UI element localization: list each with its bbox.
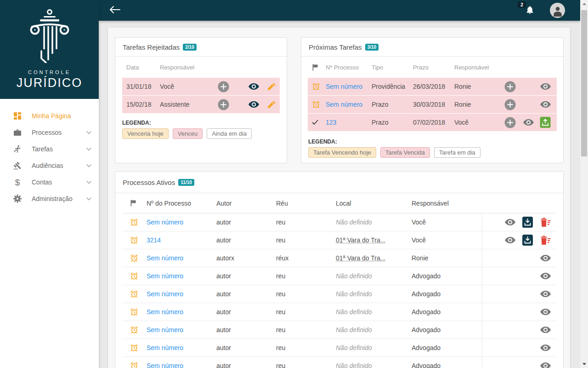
- scrollbar: [580, 0, 588, 368]
- sidebar-menu: Minha Página Processos Tarefas Audiên: [0, 99, 99, 207]
- legend-chip-tarefa-em-dia: Tarefa em dia: [434, 147, 481, 158]
- chevron-down-icon: [86, 181, 91, 184]
- cell-reu: reu: [276, 303, 336, 321]
- view-button[interactable]: [540, 327, 551, 333]
- sidebar-item-administracao[interactable]: Administração: [0, 190, 99, 207]
- table-header: Nº do Processo Autor Réu Local Responsáv…: [122, 193, 556, 213]
- sidebar-item-minha-pagina[interactable]: Minha Página: [0, 108, 99, 124]
- view-button[interactable]: [540, 255, 551, 261]
- dashboard-icon: [12, 112, 23, 120]
- conclude-button[interactable]: [540, 117, 551, 128]
- view-button[interactable]: [523, 119, 534, 126]
- view-button[interactable]: [249, 101, 259, 108]
- cell-prazo: 26/03/2018: [413, 83, 454, 90]
- notifications-button[interactable]: 2: [525, 5, 535, 17]
- process-link[interactable]: Sem número: [326, 83, 362, 90]
- check-icon: [308, 120, 326, 125]
- cell-reu: reu: [276, 213, 336, 231]
- add-button[interactable]: [504, 81, 516, 92]
- process-link[interactable]: Sem número: [147, 254, 183, 262]
- cell-autor: autor: [216, 267, 276, 285]
- flag-icon: [122, 193, 147, 213]
- edit-button[interactable]: [267, 82, 276, 91]
- sidebar-item-processos[interactable]: Processos: [0, 124, 99, 141]
- cell-local: Não definido: [336, 290, 372, 298]
- table-row: Sem número autor reu Não definido Advoga…: [122, 303, 556, 321]
- process-link[interactable]: Sem número: [326, 101, 362, 108]
- alarm-icon: [122, 303, 147, 321]
- import-button[interactable]: [522, 217, 533, 228]
- view-button[interactable]: [540, 309, 551, 315]
- column-header-local: Local: [336, 193, 412, 213]
- process-link[interactable]: 3214: [147, 236, 161, 244]
- process-link[interactable]: 123: [326, 119, 336, 126]
- cell-responsavel: Advogado: [412, 357, 482, 368]
- card-title: Tarefas Rejeitadas: [123, 43, 180, 51]
- add-button[interactable]: [504, 117, 516, 128]
- cell-responsavel: Você: [412, 231, 482, 249]
- avatar[interactable]: [550, 3, 565, 18]
- view-button[interactable]: [505, 219, 515, 225]
- sidebar-item-tarefas[interactable]: Tarefas: [0, 141, 99, 157]
- scrollbar-up-button[interactable]: [580, 0, 588, 8]
- view-button[interactable]: [540, 291, 551, 297]
- cell-local: Não definido: [336, 272, 372, 280]
- cell-local: 01ª Vara do Tra...: [336, 236, 385, 244]
- process-link[interactable]: Sem número: [147, 272, 183, 280]
- process-link[interactable]: Sem número: [147, 362, 183, 368]
- cell-responsavel: Advogado: [412, 339, 482, 356]
- alarm-icon: [122, 213, 147, 231]
- view-button[interactable]: [540, 273, 551, 279]
- cell-autor: autor: [216, 321, 276, 339]
- sidebar-item-audiencias[interactable]: Audiências: [0, 157, 99, 174]
- sidebar-item-contas[interactable]: $ Contas: [0, 174, 99, 190]
- cell-responsavel: Você: [454, 119, 500, 126]
- chevron-down-icon: [86, 164, 91, 167]
- cell-local: Não definido: [336, 344, 372, 351]
- process-link[interactable]: Sem número: [147, 218, 183, 226]
- add-button[interactable]: [218, 81, 229, 92]
- delete-button[interactable]: [540, 235, 551, 245]
- delete-button[interactable]: [540, 217, 551, 227]
- scrollbar-down-button[interactable]: [580, 360, 588, 368]
- view-button[interactable]: [505, 237, 515, 243]
- alarm-icon: [308, 82, 326, 91]
- process-link[interactable]: Sem número: [147, 326, 183, 334]
- cell-local: Não definido: [336, 218, 372, 226]
- cell-autor: autor: [216, 357, 276, 368]
- view-button[interactable]: [249, 83, 259, 90]
- legend-chip-venceria-hoje: Venceria hoje: [122, 128, 169, 139]
- table-row: Sem número autor reu Não definido Você: [122, 213, 556, 231]
- back-arrow-icon: [109, 6, 121, 15]
- process-link[interactable]: Sem número: [147, 308, 183, 316]
- view-button[interactable]: [540, 101, 551, 108]
- chevron-down-icon: [86, 131, 91, 134]
- view-button[interactable]: [540, 83, 551, 90]
- alarm-icon: [308, 100, 326, 109]
- chevron-down-icon: [86, 197, 91, 201]
- process-link[interactable]: Sem número: [147, 290, 183, 298]
- edit-button[interactable]: [267, 100, 276, 109]
- view-button[interactable]: [540, 362, 551, 368]
- back-button[interactable]: [109, 6, 121, 15]
- scrollbar-thumb[interactable]: [581, 10, 587, 156]
- sidebar-item-label: Administração: [32, 195, 73, 202]
- add-button[interactable]: [218, 99, 229, 110]
- import-button[interactable]: [522, 235, 533, 246]
- table-row: Sem número autor reu Não definido Advoga…: [122, 285, 556, 303]
- logo-juridico: JURÍDICO: [17, 76, 83, 90]
- cell-responsavel: Advogado: [412, 321, 482, 339]
- runner-icon: [12, 145, 23, 153]
- process-link[interactable]: Sem número: [147, 344, 183, 351]
- add-button[interactable]: [504, 99, 516, 110]
- pillar-logo-icon: [28, 9, 71, 65]
- legend-chip-tarefa-vencida: Tarefa Vencida: [380, 147, 430, 158]
- cell-data: 15/02/18: [122, 101, 160, 108]
- cell-local: Não definido: [336, 362, 372, 368]
- card-title: Próximas Tarefas: [309, 43, 362, 51]
- view-button[interactable]: [540, 345, 551, 351]
- cell-responsavel: Advogado: [412, 285, 482, 303]
- table-row: Sem número autorx réux 01ª Vara do Tra..…: [122, 249, 556, 267]
- table-row: 123 Prazo 07/02/2018 Você: [308, 114, 557, 131]
- cell-responsavel: Ronie: [454, 83, 500, 90]
